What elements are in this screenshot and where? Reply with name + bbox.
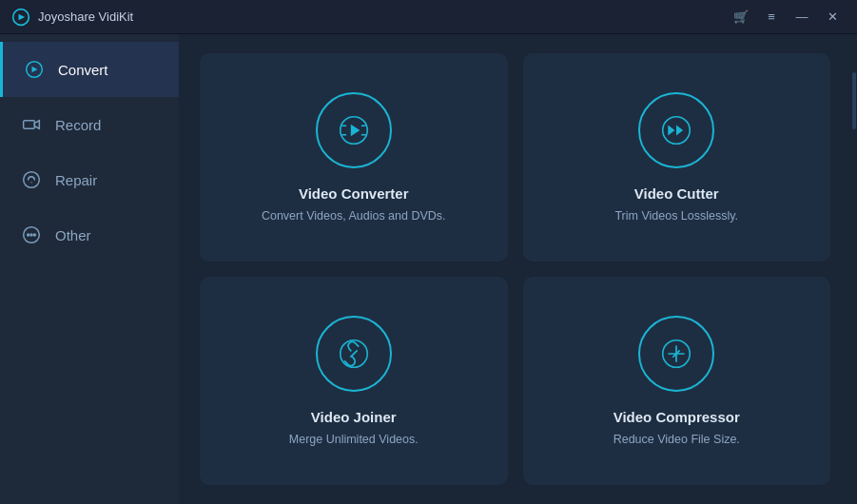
video-converter-title: Video Converter: [299, 185, 409, 202]
svg-point-5: [30, 234, 32, 236]
record-icon: [21, 114, 42, 135]
window-controls: 🛒 ≡ — ✕: [728, 7, 846, 28]
svg-rect-2: [24, 121, 35, 128]
sidebar-item-convert[interactable]: Convert: [0, 42, 179, 97]
video-joiner-icon-circle: [316, 316, 392, 392]
svg-point-4: [28, 234, 29, 236]
other-icon: [21, 224, 42, 245]
convert-icon: [24, 59, 45, 80]
video-joiner-title: Video Joiner: [311, 409, 397, 425]
app-title: Joyoshare VidiKit: [38, 10, 728, 24]
video-joiner-subtitle: Merge Unlimited Videos.: [289, 433, 419, 446]
video-joiner-card[interactable]: Video Joiner Merge Unlimited Videos.: [200, 277, 508, 485]
minimize-button[interactable]: —: [789, 7, 815, 28]
app-body: Convert Record Repair: [0, 34, 857, 504]
video-compressor-title: Video Compressor: [614, 409, 740, 425]
video-converter-subtitle: Convert Videos, Audios and DVDs.: [262, 209, 446, 223]
video-converter-card[interactable]: Video Converter Convert Videos, Audios a…: [200, 53, 508, 262]
sidebar: Convert Record Repair: [0, 34, 179, 504]
app-logo: [11, 8, 30, 27]
cart-button[interactable]: 🛒: [728, 7, 754, 28]
video-cutter-subtitle: Trim Videos Losslessly.: [614, 209, 738, 223]
sidebar-item-record[interactable]: Record: [0, 97, 179, 152]
video-converter-icon-circle: [316, 92, 392, 168]
convert-label: Convert: [58, 62, 108, 78]
video-cutter-card[interactable]: Video Cutter Trim Videos Losslessly.: [523, 53, 831, 262]
close-button[interactable]: ✕: [819, 7, 846, 28]
video-cutter-title: Video Cutter: [634, 185, 719, 202]
sidebar-item-repair[interactable]: Repair: [0, 152, 179, 207]
scroll-thumb[interactable]: [852, 72, 856, 129]
video-compressor-card[interactable]: Video Compressor Reduce Video File Size.: [523, 277, 831, 485]
svg-point-6: [33, 234, 35, 236]
repair-label: Repair: [55, 172, 97, 188]
video-compressor-icon-circle: [638, 316, 714, 392]
menu-button[interactable]: ≡: [758, 7, 785, 28]
record-label: Record: [55, 117, 101, 133]
content-area: Video Converter Convert Videos, Audios a…: [179, 34, 851, 504]
video-compressor-subtitle: Reduce Video File Size.: [614, 433, 740, 446]
repair-icon: [21, 169, 42, 190]
title-bar: Joyoshare VidiKit 🛒 ≡ — ✕: [0, 0, 857, 34]
scrollbar: [851, 34, 857, 504]
sidebar-item-other[interactable]: Other: [0, 207, 179, 262]
other-label: Other: [55, 227, 91, 243]
video-cutter-icon-circle: [638, 92, 714, 168]
